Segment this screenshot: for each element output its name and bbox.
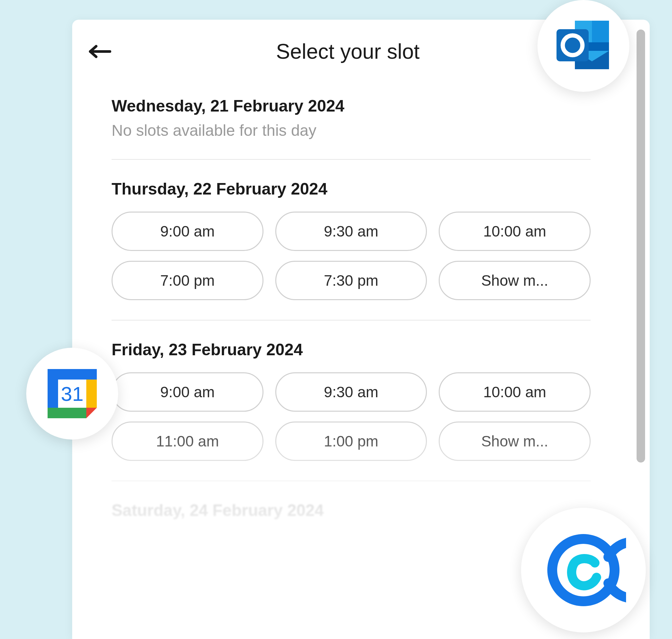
day-heading: Friday, 23 February 2024 (111, 340, 591, 359)
outlook-badge (537, 0, 629, 92)
time-slot-button[interactable]: 9:30 am (275, 212, 427, 251)
page-title: Select your slot (115, 40, 581, 64)
back-button[interactable] (85, 40, 115, 63)
show-more-button[interactable]: Show m... (439, 422, 591, 461)
day-heading: Saturday, 24 February 2024 (111, 501, 591, 520)
slots-grid: 9:00 am 9:30 am 10:00 am 11:00 am 1:00 p… (111, 372, 591, 461)
calendly-badge (521, 508, 646, 633)
time-slot-button[interactable]: 9:30 am (275, 372, 427, 412)
show-more-button[interactable]: Show m... (439, 261, 591, 300)
time-slot-button[interactable]: 7:30 pm (275, 261, 427, 300)
google-calendar-icon: 31 (48, 369, 97, 418)
scrollbar-thumb[interactable] (637, 30, 645, 463)
calendly-icon (541, 528, 626, 613)
time-slot-button[interactable]: 11:00 am (111, 422, 263, 461)
back-arrow-icon (88, 43, 112, 60)
time-slot-button[interactable]: 10:00 am (439, 372, 591, 412)
day-heading: Thursday, 22 February 2024 (111, 180, 591, 199)
panel-content: Select your slot Wednesday, 21 February … (72, 20, 630, 526)
time-slot-button[interactable]: 10:00 am (439, 212, 591, 251)
day-block: Saturday, 24 February 2024 (72, 481, 630, 520)
day-block: Wednesday, 21 February 2024 No slots ava… (72, 77, 630, 139)
no-slots-message: No slots available for this day (111, 121, 591, 139)
time-slot-button[interactable]: 7:00 pm (111, 261, 263, 300)
slots-grid: 9:00 am 9:30 am 10:00 am 7:00 pm 7:30 pm… (111, 212, 591, 300)
time-slot-button[interactable]: 1:00 pm (275, 422, 427, 461)
time-slot-button[interactable]: 9:00 am (111, 212, 263, 251)
outlook-icon (554, 18, 613, 74)
google-calendar-badge: 31 (26, 348, 118, 439)
day-heading: Wednesday, 21 February 2024 (111, 96, 591, 115)
day-block: Thursday, 22 February 2024 9:00 am 9:30 … (72, 160, 630, 300)
day-block: Friday, 23 February 2024 9:00 am 9:30 am… (72, 321, 630, 461)
time-slot-button[interactable]: 9:00 am (111, 372, 263, 412)
google-calendar-day-number: 31 (48, 369, 97, 418)
